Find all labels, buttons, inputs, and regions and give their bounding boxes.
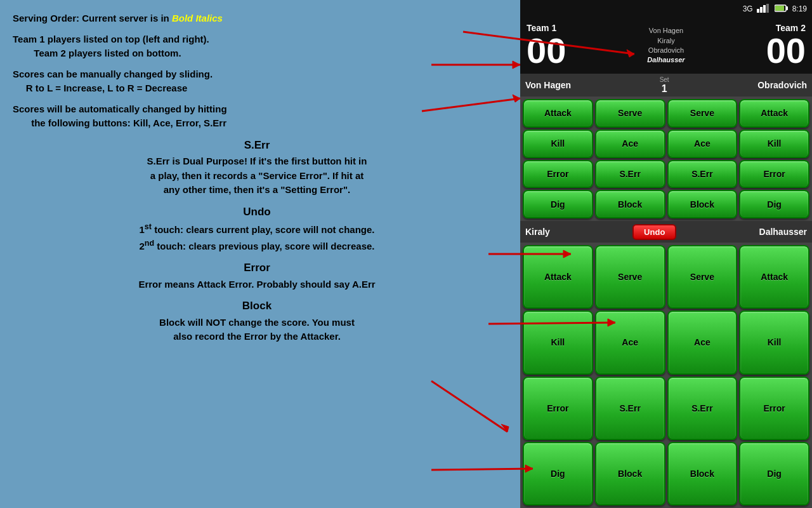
bot-error-right-btn[interactable]: Error — [739, 377, 809, 440]
bot-btn-row-4: Dig Block Block Dig — [523, 442, 809, 505]
instructions-panel: Serving Order: Current server is in Bold… — [0, 0, 514, 508]
serr-section: S.Err S.Err is Dual Purpose! If it's the… — [13, 137, 501, 197]
bot-serve-right-btn[interactable]: Serve — [667, 245, 738, 309]
bot-block-right-btn[interactable]: Block — [667, 442, 738, 505]
phone-panel: 3G 8:19 Team 1 00 Von Ha — [520, 0, 812, 508]
score-section: Team 1 00 Von Hagen Kiraly Obradovich Da… — [520, 18, 812, 74]
error-title: Error — [13, 260, 501, 276]
bot-error-left-btn[interactable]: Error — [523, 377, 593, 440]
undo-section: Undo 1st touch: clears current play, sco… — [13, 204, 501, 254]
bold-italics-label: Bold Italics — [172, 13, 223, 23]
score-manual-line: Scores can be manually changed by slidin… — [13, 67, 501, 96]
block-title: Block — [13, 298, 501, 314]
bottom-left-player: Kiraly — [525, 227, 550, 237]
svg-rect-1 — [760, 7, 763, 13]
set-label: Set — [660, 76, 669, 83]
set-number: 1 — [660, 83, 669, 95]
top-dig-right-btn[interactable]: Dig — [739, 190, 809, 218]
top-error-left-btn[interactable]: Error — [523, 160, 593, 189]
top-attack-left-btn[interactable]: Attack — [523, 99, 593, 128]
bot-attack-right-btn[interactable]: Attack — [739, 245, 809, 309]
bot-kill-right-btn[interactable]: Kill — [739, 311, 809, 374]
undo-body: 1st touch: clears current play, score wi… — [13, 221, 501, 253]
top-attack-right-btn[interactable]: Attack — [739, 99, 809, 128]
bot-serr-right-btn[interactable]: S.Err — [667, 377, 738, 440]
team2-score: 00 — [766, 33, 806, 69]
score-auto-line: Scores will be automatically changed by … — [13, 102, 501, 131]
top-right-player: Obradovich — [757, 80, 807, 90]
top-btn-row-4: Dig Block Block Dig — [523, 190, 809, 218]
top-player-row: Von Hagen Set 1 Obradovich — [520, 74, 812, 97]
error-body: Error means Attack Error. Probably shoul… — [13, 277, 501, 292]
top-serve-left-btn[interactable]: Serve — [595, 99, 665, 128]
serr-title: S.Err — [13, 137, 501, 154]
bottom-right-player: Dalhausser — [759, 227, 807, 237]
player-kiraly: Kiraly — [566, 36, 766, 46]
top-btn-row-1: Attack Serve Serve Attack — [523, 99, 809, 128]
undo-title: Undo — [13, 204, 501, 220]
bot-ace-left-btn[interactable]: Ace — [595, 311, 665, 374]
svg-rect-6 — [775, 6, 784, 11]
top-serve-right-btn[interactable]: Serve — [667, 99, 738, 128]
bot-dig-left-btn[interactable]: Dig — [523, 442, 593, 505]
serr-body: S.Err is Dual Purpose! If it's the first… — [13, 154, 501, 197]
bot-ace-right-btn[interactable]: Ace — [667, 311, 738, 374]
top-block-left-btn[interactable]: Block — [595, 190, 665, 218]
bot-btn-row-3: Error S.Err S.Err Error — [523, 377, 809, 440]
undo-bar: Kiraly Undo Dalhausser — [520, 221, 812, 243]
block-body: Block will NOT change the score. You mus… — [13, 316, 501, 344]
top-left-player: Von Hagen — [525, 80, 571, 90]
players-center: Von Hagen Kiraly Obradovich Dalhausser — [566, 26, 766, 65]
bot-btn-row-2: Kill Ace Ace Kill — [523, 311, 809, 374]
top-button-grid: Attack Serve Serve Attack Kill Ace Ace K… — [520, 97, 812, 221]
bot-serr-left-btn[interactable]: S.Err — [595, 377, 665, 440]
current-server-player: Dalhausser — [566, 55, 766, 65]
serving-order-line: Serving Order: Current server is in Bold… — [13, 11, 501, 26]
block-section: Block Block will NOT change the score. Y… — [13, 298, 501, 344]
battery-icon — [775, 4, 789, 14]
svg-rect-2 — [763, 5, 766, 13]
top-error-right-btn[interactable]: Error — [739, 160, 809, 189]
time-display: 8:19 — [792, 4, 807, 13]
player-obradovich: Obradovich — [566, 46, 766, 55]
bottom-button-grid: Attack Serve Serve Attack Kill Ace Ace K… — [520, 243, 812, 508]
top-serr-right-btn[interactable]: S.Err — [667, 160, 738, 189]
top-kill-right-btn[interactable]: Kill — [739, 130, 809, 158]
network-icon: 3G — [743, 4, 753, 13]
svg-rect-5 — [786, 6, 788, 10]
bot-dig-right-btn[interactable]: Dig — [739, 442, 809, 505]
team1-score: 00 — [527, 33, 566, 69]
status-bar: 3G 8:19 — [520, 0, 812, 18]
bot-btn-row-1: Attack Serve Serve Attack — [523, 245, 809, 309]
bot-kill-left-btn[interactable]: Kill — [523, 311, 593, 374]
top-dig-left-btn[interactable]: Dig — [523, 190, 593, 218]
bot-attack-left-btn[interactable]: Attack — [523, 245, 593, 309]
player-vonhagen: Von Hagen — [566, 26, 766, 36]
top-block-right-btn[interactable]: Block — [667, 190, 738, 218]
team1-players-line: Team 1 players listed on top (left and r… — [13, 32, 501, 61]
undo-button[interactable]: Undo — [632, 224, 676, 240]
top-btn-row-3: Error S.Err S.Err Error — [523, 160, 809, 189]
top-btn-row-2: Kill Ace Ace Kill — [523, 130, 809, 158]
bot-serve-left-btn[interactable]: Serve — [595, 245, 665, 309]
top-ace-right-btn[interactable]: Ace — [667, 130, 738, 158]
bot-block-left-btn[interactable]: Block — [595, 442, 665, 505]
top-kill-left-btn[interactable]: Kill — [523, 130, 593, 158]
signal-icon — [757, 4, 771, 15]
error-section: Error Error means Attack Error. Probably… — [13, 260, 501, 291]
svg-rect-0 — [757, 9, 759, 13]
top-ace-left-btn[interactable]: Ace — [595, 130, 665, 158]
svg-rect-3 — [766, 4, 769, 13]
top-serr-left-btn[interactable]: S.Err — [595, 160, 665, 189]
